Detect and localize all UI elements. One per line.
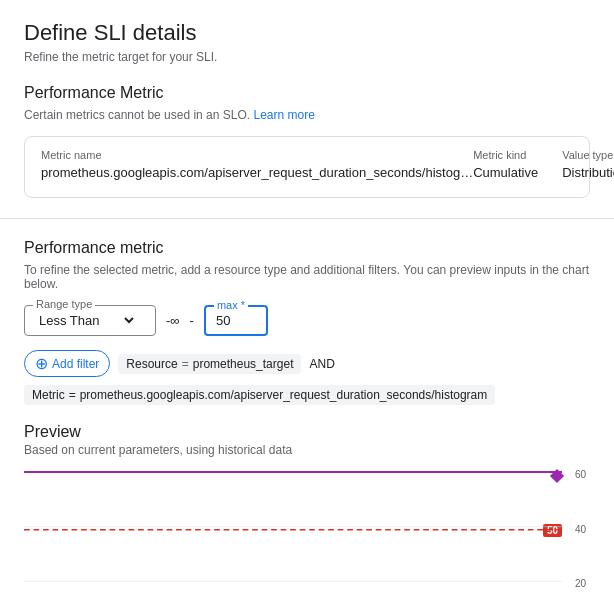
perf-config-heading: Performance metric — [24, 239, 590, 257]
max-field: max * — [204, 305, 268, 336]
chart-area: 60 40 20 0 50 — [24, 467, 590, 606]
metric-name-group: Metric name prometheus.googleapis.com/ap… — [41, 149, 473, 180]
chart-y-labels: 60 40 20 0 — [575, 467, 590, 606]
metric-kind-value: Cumulative — [473, 165, 538, 180]
filter-resource-eq: = — [182, 357, 189, 371]
metric-right-group: Metric kind Cumulative Value type Distri… — [473, 149, 614, 185]
metric-kind-group: Metric kind Cumulative — [473, 149, 538, 180]
metric-name-value: prometheus.googleapis.com/apiserver_requ… — [41, 165, 473, 180]
range-type-select[interactable]: Less Than Greater Than Between — [35, 312, 137, 329]
page-title: Define SLI details — [24, 20, 590, 46]
metric-filter-eq: = — [69, 388, 76, 402]
performance-metric-heading: Performance Metric — [24, 84, 590, 102]
filter-row: ⊕ Add filter Resource = prometheus_targe… — [24, 350, 590, 377]
y-label-40: 40 — [575, 524, 590, 535]
section-divider — [0, 218, 614, 219]
y-label-20: 20 — [575, 578, 590, 589]
range-type-row: Range type Less Than Greater Than Betwee… — [24, 305, 590, 336]
range-type-field: Range type Less Than Greater Than Betwee… — [24, 305, 156, 336]
max-input[interactable] — [216, 313, 256, 328]
note-text: Certain metrics cannot be used in an SLO… — [24, 108, 250, 122]
preview-heading: Preview — [24, 423, 590, 441]
range-type-select-wrapper: Less Than Greater Than Between — [35, 312, 145, 329]
page-container: Define SLI details Refine the metric tar… — [0, 0, 614, 606]
range-min-value: -∞ — [166, 313, 180, 328]
metric-kind-label: Metric kind — [473, 149, 538, 161]
perf-config-section: Performance metric To refine the selecte… — [24, 239, 590, 405]
value-type-label: Value type — [562, 149, 614, 161]
learn-more-link[interactable]: Learn more — [253, 108, 314, 122]
metric-card: Metric name prometheus.googleapis.com/ap… — [24, 136, 590, 198]
performance-metric-section: Performance Metric Certain metrics canno… — [24, 84, 590, 198]
metric-filter-label: Metric — [32, 388, 65, 402]
chart-lines — [24, 467, 562, 606]
preview-desc: Based on current parameters, using histo… — [24, 443, 590, 457]
y-label-60: 60 — [575, 469, 590, 480]
and-label: AND — [309, 357, 334, 371]
metric-filter-chip: Metric = prometheus.googleapis.com/apise… — [24, 385, 495, 405]
value-type-group: Value type Distribution — [562, 149, 614, 180]
learn-more-row: Certain metrics cannot be used in an SLO… — [24, 108, 590, 122]
filter-resource-label: Resource — [126, 357, 177, 371]
add-filter-button[interactable]: ⊕ Add filter — [24, 350, 110, 377]
value-type-value: Distribution — [562, 165, 614, 180]
add-filter-label: Add filter — [52, 357, 99, 371]
preview-section: Preview Based on current parameters, usi… — [24, 423, 590, 606]
resource-filter-chip: Resource = prometheus_target — [118, 354, 301, 374]
range-separator: - — [190, 313, 194, 328]
metric-filter-row: Metric = prometheus.googleapis.com/apise… — [24, 385, 590, 405]
page-subtitle: Refine the metric target for your SLI. — [24, 50, 590, 64]
range-type-label: Range type — [33, 298, 95, 310]
plus-circle-icon: ⊕ — [35, 354, 48, 373]
chart-svg — [24, 467, 562, 606]
max-label: max * — [214, 299, 248, 311]
perf-config-desc: To refine the selected metric, add a res… — [24, 263, 590, 291]
metric-name-label: Metric name — [41, 149, 473, 161]
metric-filter-value: prometheus.googleapis.com/apiserver_requ… — [80, 388, 488, 402]
filter-resource-value: prometheus_target — [193, 357, 294, 371]
metric-card-row: Metric name prometheus.googleapis.com/ap… — [41, 149, 573, 185]
